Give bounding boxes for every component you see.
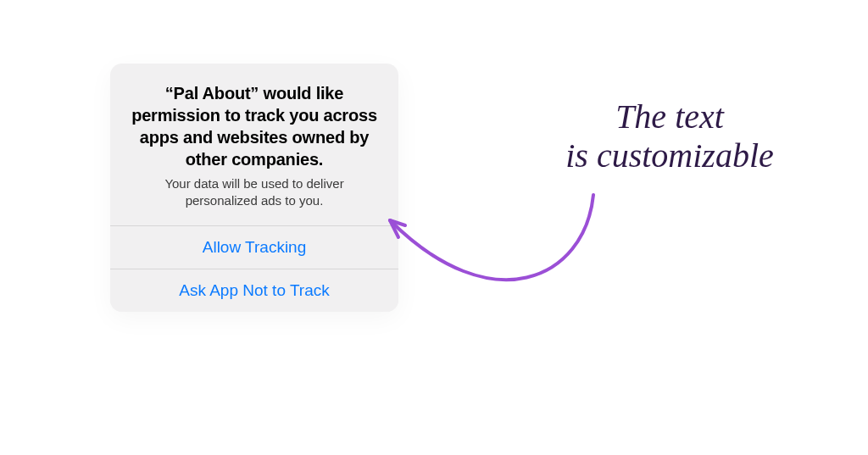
allow-tracking-button[interactable]: Allow Tracking	[110, 225, 398, 269]
annotation-arrow-icon	[364, 169, 627, 339]
annotation-text: The text is customizable	[517, 97, 822, 175]
annotation-line-2: is customizable	[517, 136, 822, 175]
dialog-subtitle: Your data will be used to deliver person…	[129, 175, 380, 210]
ask-not-to-track-button[interactable]: Ask App Not to Track	[110, 269, 398, 312]
tracking-permission-dialog: “Pal About” would like permission to tra…	[110, 64, 398, 312]
annotation-line-1: The text	[517, 97, 822, 136]
dialog-title: “Pal About” would like permission to tra…	[129, 82, 380, 170]
dialog-body: “Pal About” would like permission to tra…	[110, 64, 398, 225]
